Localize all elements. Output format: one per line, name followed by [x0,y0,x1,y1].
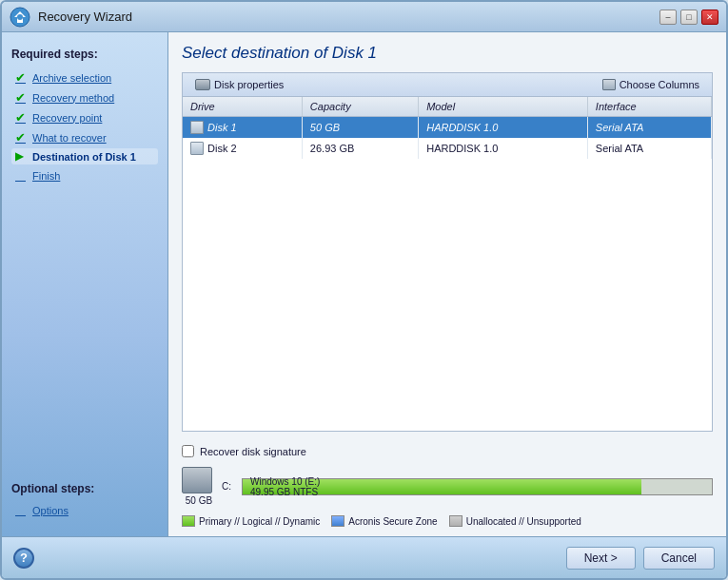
app-title: Recovery Wizard [38,10,659,24]
legend-label-unalloc: Unallocated // Unsupported [466,516,581,527]
col-header-drive: Drive [183,97,302,117]
col-header-interface: Interface [587,97,711,117]
disk-bar: Windows 10 (E:) 49.95 GB NTFS [242,478,713,495]
sidebar-item-options[interactable]: ✔ Options [11,501,158,519]
sidebar-item-recovery-method[interactable]: ✔ Recovery method [11,88,158,106]
required-steps-title: Required steps: [11,48,158,61]
help-button[interactable]: ? [13,548,34,569]
recover-signature-checkbox[interactable] [182,445,194,457]
sidebar-item-finish[interactable]: ✔ Finish [11,166,158,184]
table-header-row: Drive Capacity Model Interface [183,97,712,117]
window-controls: – □ ✕ [659,10,718,25]
empty-icon: ✔ [15,168,29,183]
disk2-drive: Disk 2 [183,138,302,159]
disk-properties-button[interactable]: Disk properties [188,76,290,93]
disk-vis-inner: C: Windows 10 (E:) 49.95 GB NTFS [222,478,713,495]
disk2-name: Disk 2 [207,143,237,154]
sidebar-label-recovery-method: Recovery method [32,92,114,104]
disk1-drive: Disk 1 [183,117,302,139]
disk-toolbar: Disk properties Choose Columns [182,72,713,96]
empty-icon2: ✔ [15,503,29,517]
close-button[interactable]: ✕ [701,10,718,25]
check-icon: ✔ [15,110,29,125]
table-row[interactable]: Disk 1 50 GB HARDDISK 1.0 Serial ATA [183,117,712,139]
optional-steps-title: Optional steps: [11,482,158,495]
cancel-button[interactable]: Cancel [643,547,715,570]
disk2-model: HARDDISK 1.0 [419,138,588,159]
legend-box-primary [182,515,195,527]
disk-visualization: 50 GB C: Windows 10 (E:) 49.95 GB NTFS [182,467,713,506]
legend-label-acronis: Acronis Secure Zone [348,516,437,527]
columns-icon [602,79,616,90]
disk2-capacity: 26.93 GB [302,138,418,159]
table-row[interactable]: Disk 2 26.93 GB HARDDISK 1.0 Serial ATA [183,138,712,159]
sidebar-label-archive-selection: Archive selection [32,72,111,84]
minimize-button[interactable]: – [659,10,677,25]
legend-box-acronis [331,515,344,527]
check-icon: ✔ [15,70,29,85]
sidebar-label-destination-disk1: Destination of Disk 1 [32,151,136,163]
col-header-model: Model [419,97,588,117]
legend-unalloc: Unallocated // Unsupported [449,515,581,527]
disk-table: Drive Capacity Model Interface Disk 1 [183,97,712,159]
sidebar-label-what-to-recover: What to recover [32,132,107,144]
disk-bar-label: Windows 10 (E:) 49.95 GB NTFS [250,476,320,497]
sidebar-item-archive-selection[interactable]: ✔ Archive selection [11,68,158,87]
disk-size-label: 50 GB [182,467,216,506]
disk-vis-size: 50 GB [186,495,212,506]
sidebar-label-recovery-point: Recovery point [32,112,102,124]
disk2-interface: Serial ATA [587,138,711,159]
disk-icon [195,79,210,90]
check-icon: ✔ [15,90,29,105]
disk1-name: Disk 1 [207,122,237,133]
sidebar-label-options: Options [32,505,69,516]
disk-vis-row: C: Windows 10 (E:) 49.95 GB NTFS [222,478,713,495]
disk1-interface: Serial ATA [587,117,711,139]
bottom-actions: Next > Cancel [566,547,715,570]
sidebar-label-finish: Finish [32,170,60,182]
app-icon [10,7,30,28]
recover-signature-row: Recover disk signature [182,445,713,457]
legend-primary: Primary // Logical // Dynamic [182,515,320,527]
legend-acronis: Acronis Secure Zone [331,515,437,527]
col-header-capacity: Capacity [302,97,418,117]
bottom-bar: ? Next > Cancel [2,536,726,578]
arrow-icon: ▶ [15,150,29,163]
main-content: Required steps: ✔ Archive selection ✔ Re… [2,32,726,536]
choose-columns-label: Choose Columns [620,79,699,90]
check-icon: ✔ [15,130,29,145]
sidebar-item-what-to-recover[interactable]: ✔ What to recover [11,128,158,146]
disk1-model: HARDDISK 1.0 [419,117,588,139]
right-panel: Select destination of Disk 1 Disk proper… [168,32,726,536]
drive-letter: C: [222,481,239,492]
title-bar: Recovery Wizard – □ ✕ [2,2,726,32]
legend-box-unalloc [449,515,462,527]
disk-table-container: Drive Capacity Model Interface Disk 1 [182,96,713,432]
sidebar-item-destination-disk1[interactable]: ▶ Destination of Disk 1 [11,148,158,164]
legend-label-primary: Primary // Logical // Dynamic [199,516,320,527]
drive-icon [190,121,204,134]
legend-row: Primary // Logical // Dynamic Acronis Se… [182,515,713,527]
drive-detail: 49.95 GB NTFS [250,487,318,497]
drive-icon [190,142,204,155]
sidebar: Required steps: ✔ Archive selection ✔ Re… [2,32,168,536]
recover-signature-label[interactable]: Recover disk signature [200,446,306,457]
sidebar-item-recovery-point[interactable]: ✔ Recovery point [11,108,158,126]
choose-columns-button[interactable]: Choose Columns [596,76,706,93]
disk1-capacity: 50 GB [302,117,418,139]
next-button[interactable]: Next > [566,547,636,570]
maximize-button[interactable]: □ [680,10,698,25]
svg-point-1 [17,14,23,20]
page-title: Select destination of Disk 1 [182,44,713,63]
drive-label: Windows 10 (E:) [250,476,320,487]
disk-vis-icon [182,467,212,493]
disk-properties-label: Disk properties [214,79,284,90]
